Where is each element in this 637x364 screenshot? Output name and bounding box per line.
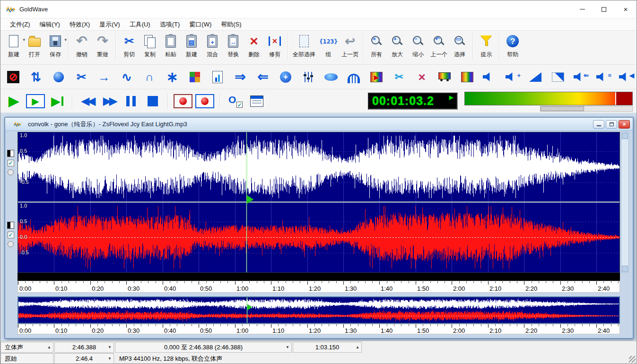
waveform-plot[interactable]: 1.00.5-0.51.00.50.0-0.5 (17, 132, 620, 273)
filter-button[interactable]: ▶ (366, 67, 386, 87)
close-button[interactable]: × (615, 0, 637, 18)
replace-button[interactable]: ↔替换 (223, 32, 244, 62)
zoom-selection-button[interactable]: ▭选择 (449, 32, 470, 62)
dropdown-arrow-icon[interactable]: ▾ (64, 37, 67, 42)
overview-time-axis[interactable]: 0:000:100:200:300:400:501:001:101:201:30… (17, 324, 620, 334)
menu-item-5[interactable]: 工具(U) (125, 19, 155, 30)
left-channel-radio[interactable] (8, 169, 14, 175)
shift-left-button[interactable]: ⇐ (253, 67, 273, 87)
previous-page-button[interactable]: ↩上一页 (340, 32, 360, 62)
document-minimize-button[interactable] (593, 120, 604, 129)
right-channel-select-icon[interactable] (7, 222, 14, 229)
maximize-button[interactable] (593, 0, 615, 18)
evaluator-button[interactable] (208, 67, 227, 87)
zoom-previous-button[interactable]: ↶上一个 (428, 32, 449, 62)
document-close-button[interactable]: × (619, 120, 630, 129)
selection-range[interactable]: 0.000 至 2:46.388 (2:46.388)▼ (115, 342, 292, 353)
record-selection-button[interactable] (195, 93, 214, 110)
offset-button[interactable]: → (94, 67, 114, 87)
stop-button[interactable] (143, 93, 162, 110)
colormap-button[interactable] (457, 67, 477, 87)
vertical-scrollbar[interactable] (621, 132, 629, 273)
playback-rate-button[interactable] (321, 67, 341, 87)
play-selection-button[interactable]: ▶ (26, 93, 45, 110)
meter-scrollbar-thumb[interactable] (541, 106, 584, 111)
speaker-clipped-button[interactable]: ◀ (616, 67, 636, 87)
undo-button[interactable]: ↶撤销 (71, 32, 92, 62)
noise-gate-button[interactable] (344, 67, 364, 87)
copy-button[interactable]: 复制 (140, 32, 160, 62)
mix-button[interactable]: +混合 (202, 32, 223, 62)
paste-new-button[interactable]: ▤新建 (181, 32, 202, 62)
silence-button[interactable]: ✂ (71, 67, 91, 87)
time-axis[interactable]: 0:000:100:200:300:400:501:001:101:201:30… (17, 281, 620, 293)
cut-button[interactable]: ✂剪切 (119, 32, 140, 62)
speaker-button[interactable] (480, 67, 500, 87)
minimize-button[interactable] (571, 0, 593, 18)
redo-button[interactable]: ↷重做 (92, 32, 113, 62)
original-length[interactable]: 2:46.4▼ (54, 353, 114, 364)
spin-up-icon[interactable]: ▲ (356, 345, 359, 349)
pause-button[interactable] (122, 93, 140, 110)
echo-button[interactable] (185, 67, 205, 87)
left-channel-select-icon[interactable] (7, 150, 14, 157)
dynamics-button[interactable]: ∗ (162, 67, 182, 87)
play-to-end-button[interactable]: ▶ (48, 93, 67, 110)
document-title-bar[interactable]: convolk - gone（纯音乐）- ZsFlovexl Jcy East … (5, 118, 633, 131)
pan-button[interactable]: + (276, 67, 296, 87)
menu-item-2[interactable]: 编辑(Y) (35, 19, 65, 30)
fast-forward-button[interactable]: ▶▶ (100, 93, 119, 110)
group-button[interactable]: {123}组 (317, 32, 340, 62)
dropdown-icon[interactable]: ▼ (286, 345, 289, 349)
select-all-button[interactable]: 全部选择 (291, 32, 317, 62)
cursor-position[interactable]: 1:03.150▲ (293, 342, 362, 353)
overview-marker-line[interactable] (247, 297, 247, 323)
speaker-lines-button[interactable]: ≡ (593, 67, 613, 87)
menu-item-7[interactable]: 窗口(W) (184, 19, 216, 30)
control-properties-button[interactable] (247, 93, 266, 110)
delete-button[interactable]: ×删除 (244, 32, 264, 62)
crossfade-button[interactable]: ✂ (389, 67, 409, 87)
fade-corner-button[interactable] (548, 67, 568, 87)
trim-button[interactable]: ×修剪 (264, 32, 285, 62)
channel-mode[interactable]: 立体声▲ (0, 342, 53, 353)
equalizer-button[interactable] (298, 67, 318, 87)
playback-marker-icon[interactable] (247, 195, 258, 204)
new-file-button[interactable]: 新建▾ (3, 32, 24, 62)
right-channel-radio[interactable] (8, 241, 14, 247)
waveform-canvas[interactable] (18, 132, 620, 272)
spin-up-icon[interactable]: ▲ (47, 345, 51, 349)
resize-grip[interactable] (629, 356, 636, 363)
right-channel-checkbox[interactable]: ✓ (8, 232, 14, 238)
scroll-down-button[interactable] (622, 266, 628, 272)
record-button[interactable] (174, 93, 192, 110)
rewind-button[interactable]: ◀◀ (78, 93, 97, 110)
dropdown-icon[interactable]: ▼ (108, 356, 112, 361)
menu-item-1[interactable]: 文件(Z) (5, 19, 35, 30)
paste-button[interactable]: 粘贴 (160, 32, 181, 62)
menu-item-6[interactable]: 选项(T) (155, 19, 185, 30)
dropdown-icon[interactable]: ▼ (108, 345, 112, 349)
file-length[interactable]: 2:46.388▼ (54, 342, 114, 353)
overview-marker-icon[interactable] (247, 304, 255, 310)
overview-strip[interactable] (17, 296, 620, 324)
document-maximize-button[interactable] (606, 120, 617, 129)
doppler-button[interactable]: ⇅ (26, 67, 46, 87)
zoom-out-button[interactable]: −缩小 (408, 32, 428, 62)
open-file-button[interactable]: 打开 (24, 32, 45, 62)
speaker-add-button[interactable]: + (503, 67, 523, 87)
save-button[interactable]: 保存▾ (45, 32, 66, 62)
prohibit-button[interactable]: ⊘ (3, 67, 23, 87)
monitor-button[interactable]: O✓ (226, 93, 244, 110)
hint-button[interactable]: 提示 (476, 32, 497, 62)
splice-button[interactable]: × (412, 67, 432, 87)
meter-scrollbar[interactable] (540, 106, 633, 112)
overview-canvas[interactable] (18, 297, 619, 323)
mechanize-button[interactable] (49, 67, 69, 87)
left-channel-checkbox[interactable]: ✓ (8, 160, 14, 166)
menu-item-3[interactable]: 特效(X) (65, 19, 95, 30)
spectrum-button[interactable] (435, 67, 454, 87)
title-bar[interactable]: GoldWave × (0, 0, 637, 18)
scroll-up-button[interactable] (622, 133, 628, 139)
play-button[interactable]: ▶ (4, 93, 23, 110)
